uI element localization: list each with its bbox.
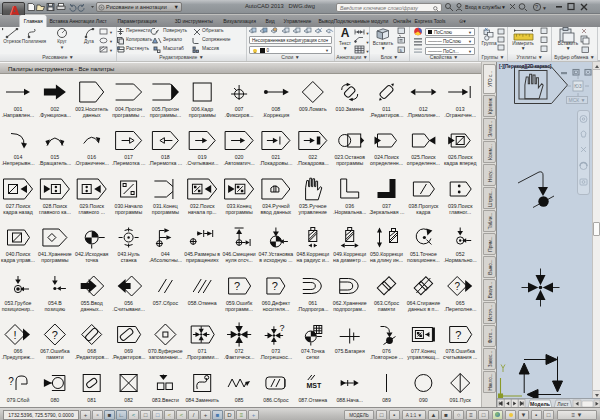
svg-text:?: ? — [279, 323, 284, 333]
svg-text:?: ? — [52, 329, 58, 341]
svg-text:данных в п...: данных в п... — [408, 306, 439, 312]
svg-text:программы: программы — [336, 160, 363, 166]
svg-text:▼: ▼ — [60, 45, 64, 50]
svg-text:на диаметр ...: на диаметр ... — [333, 257, 366, 263]
svg-text:.Нормальна...: .Нормальна... — [333, 209, 366, 215]
svg-text:сетки: сетки — [306, 354, 319, 360]
svg-text:начала пр...: начала пр... — [188, 209, 217, 215]
svg-text:.Фиксиров...: .Фиксиров... — [225, 112, 254, 118]
svg-text:.Редактиров...: .Редактиров... — [370, 112, 404, 118]
svg-text:кадра: кадра — [416, 209, 430, 215]
svg-text:!: ! — [13, 329, 16, 341]
svg-text:позиционир...: позиционир... — [2, 306, 35, 312]
svg-text:носителя...: носителя... — [263, 306, 289, 312]
svg-text:▼: ▼ — [366, 40, 370, 45]
svg-text:089: 089 — [382, 397, 391, 403]
svg-text:на радиус и...: на радиус и... — [296, 257, 329, 263]
svg-text:кадра вперед: кадра вперед — [444, 160, 477, 166]
svg-text:программ...: программ... — [225, 306, 253, 312]
svg-text:Отрезок: Отрезок — [3, 39, 22, 44]
svg-text:?: ? — [8, 376, 14, 387]
svg-text:▼: ▼ — [501, 4, 506, 10]
svg-text:определенн...: определенн... — [407, 160, 440, 166]
svg-text:.Покадровы...: .Покадровы... — [259, 160, 292, 166]
svg-text:.Повторное ...: .Повторное ... — [370, 354, 403, 360]
svg-text:091.Пуск: 091.Пуск — [450, 397, 472, 403]
svg-text:.Коррекция: .Коррекция — [262, 112, 289, 118]
svg-text:.Перемотка ...: .Перемотка ... — [149, 160, 183, 166]
svg-text:нуля отсч...: нуля отсч... — [225, 257, 252, 263]
svg-text:.Нормально...: .Нормально... — [444, 257, 477, 263]
svg-text:.Покадрова...: .Покадрова... — [297, 160, 329, 166]
svg-text:подпрограм...: подпрограм... — [333, 306, 366, 312]
svg-text:.Прямолине...: .Прямолине... — [407, 112, 440, 118]
svg-text:программы: программы — [115, 209, 142, 215]
svg-text:.Функциона...: .Функциона... — [39, 112, 71, 118]
svg-text:программы...: программы... — [150, 112, 181, 118]
svg-text:главного ка...: главного ка... — [39, 209, 71, 215]
svg-text:084.Заменить: 084.Заменить — [185, 397, 219, 403]
svg-text:программы ...: программы ... — [112, 112, 145, 118]
svg-text:▼: ▼ — [109, 48, 113, 53]
svg-text:данных: данных — [83, 112, 101, 118]
svg-text:считывания ...: считывания ... — [443, 354, 477, 360]
svg-text:?: ? — [535, 4, 538, 10]
svg-text:086.Сброс: 086.Сброс — [263, 397, 289, 403]
svg-text:079.Сбой: 079.Сбой — [7, 397, 30, 403]
svg-text:.Ограниченн...: .Ограниченн... — [74, 160, 109, 166]
svg-text:.Предупреж...: .Предупреж... — [2, 354, 35, 360]
svg-text:позицию: позицию — [45, 306, 66, 312]
svg-text:.Абсолютны...: .Абсолютны... — [149, 257, 182, 263]
svg-text:Полилиния: Полилиния — [22, 39, 47, 44]
svg-text:.Направлен...: .Направлен... — [2, 112, 34, 118]
svg-text:▼: ▼ — [366, 49, 370, 54]
svg-text:.Подпрогра...: .Подпрогра... — [297, 306, 329, 312]
svg-text:?: ? — [454, 281, 460, 292]
svg-text:?: ? — [234, 280, 240, 292]
svg-text:▼: ▼ — [109, 39, 113, 44]
svg-text:точка: точка — [85, 257, 98, 263]
svg-text:082: 082 — [124, 397, 133, 403]
svg-text:.Редактиров...: .Редактиров... — [112, 354, 146, 360]
svg-text:.Считывани...: .Считывани... — [186, 160, 219, 166]
svg-text:Круг: Круг — [57, 39, 67, 44]
svg-text:программы: программы — [41, 257, 68, 263]
svg-text:.Перемотка ...: .Перемотка ... — [112, 160, 146, 166]
svg-text:управление: управление — [299, 209, 327, 215]
svg-text:запоминани...: запоминани... — [149, 354, 182, 360]
svg-text:▼: ▼ — [109, 30, 113, 35]
svg-text:.Редактиров...: .Редактиров... — [75, 354, 109, 360]
svg-text:MST: MST — [306, 382, 322, 389]
svg-text:программы: программы — [189, 112, 216, 118]
svg-text:083.Ввести: 083.Ввести — [152, 397, 179, 403]
svg-text:058.Отмена: 058.Отмена — [188, 300, 217, 306]
svg-text:010.Замена: 010.Замена — [336, 106, 364, 112]
svg-text:позиционен...: позиционен... — [407, 257, 440, 263]
svg-text:.Непрерывн...: .Непрерывн... — [1, 160, 34, 166]
svg-text:.Зеркальная ...: .Зеркальная ... — [369, 209, 405, 215]
svg-text:.Считывани...: .Считывани... — [112, 306, 145, 312]
svg-text:009.Ломать: 009.Ломать — [299, 106, 327, 112]
svg-text:кадра управ...: кадра управ... — [1, 257, 35, 263]
svg-text:?: ? — [272, 280, 278, 292]
svg-text:085: 085 — [235, 397, 244, 403]
svg-text:090: 090 — [419, 397, 428, 403]
svg-text:приращениях: приращениях — [186, 257, 219, 263]
svg-text:▼: ▼ — [542, 5, 547, 11]
svg-text:кадра назад: кадра назад — [3, 209, 33, 215]
svg-text:в исходную ...: в исходную ... — [259, 257, 292, 263]
svg-text:▼: ▼ — [366, 31, 370, 36]
svg-text:Дуга: Дуга — [84, 39, 94, 44]
svg-text:088.Нача...: 088.Нача... — [336, 397, 363, 403]
svg-text:главног...: главног... — [449, 209, 471, 215]
svg-text:?: ? — [455, 329, 461, 341]
svg-text:памяти: памяти — [46, 354, 63, 360]
svg-text:программы: программы — [152, 209, 179, 215]
svg-text:081: 081 — [87, 397, 96, 403]
svg-text:.Автоматич...: .Автоматич... — [223, 160, 254, 166]
svg-text:.Фактическ...: .Фактическ... — [224, 354, 255, 360]
svg-text:Б: Б — [400, 48, 403, 53]
svg-text:.Ограничен...: .Ограничен... — [444, 112, 476, 118]
svg-text:управляющ...: управляющ... — [407, 354, 439, 360]
svg-text:данных...: данных... — [81, 306, 103, 312]
